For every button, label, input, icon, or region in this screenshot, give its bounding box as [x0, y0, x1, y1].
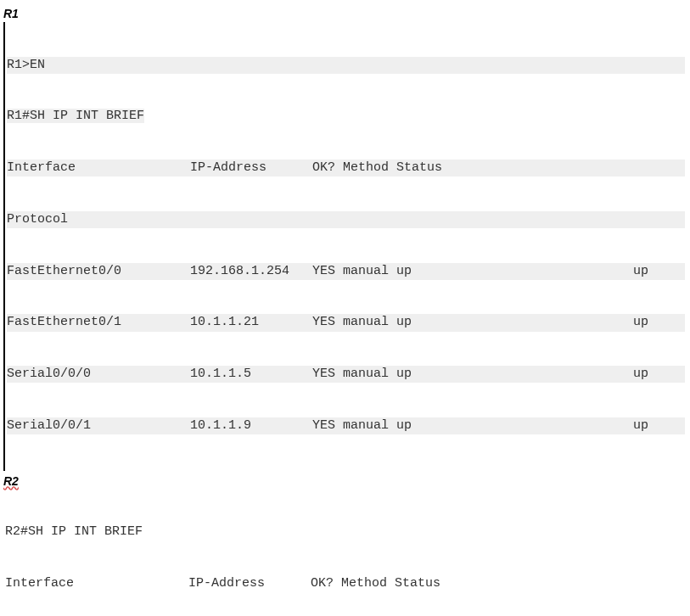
cell-ok: YES [312, 263, 343, 280]
table-row: Serial0/0/110.1.1.9YESmanualupup [7, 417, 685, 434]
terminal-output: R1>EN R1#SH IP INT BRIEF InterfaceIP-Add… [3, 22, 687, 471]
table-header-line-1: InterfaceIP-AddressOK?MethodStatus [7, 160, 685, 176]
table-row: FastEthernet0/0192.168.1.254YESmanualupu… [7, 263, 685, 280]
cell-status: up [396, 366, 618, 383]
hdr-interface: Interface [7, 160, 190, 176]
cell-protocol: up [618, 366, 648, 383]
table-row: Serial0/0/010.1.1.5YESmanualupup [7, 366, 685, 383]
cell-ok: YES [312, 366, 343, 383]
router-title: R2 [3, 474, 19, 488]
cell-ip: 10.1.1.21 [190, 314, 312, 331]
table-header-line-2: Protocol [7, 211, 685, 228]
cli-command-text: R1#SH IP INT BRIEF [7, 109, 144, 123]
hdr-method: Method [341, 575, 395, 592]
cell-ip: 10.1.1.9 [190, 417, 312, 434]
hdr-status: Status [396, 160, 549, 176]
hdr-ip: IP-Address [188, 575, 311, 592]
cell-interface: FastEthernet0/0 [7, 263, 190, 280]
hdr-method: Method [343, 160, 396, 176]
cell-ok: YES [312, 314, 343, 331]
cell-interface: Serial0/0/1 [7, 417, 190, 434]
cell-ip: 10.1.1.5 [190, 366, 312, 383]
hdr-interface: Interface [5, 575, 188, 592]
cell-protocol: up [618, 263, 648, 280]
cli-command: R1#SH IP INT BRIEF [7, 108, 685, 125]
hdr-ok: OK? [312, 160, 343, 176]
cell-status: up [396, 417, 618, 434]
cell-method: manual [343, 417, 396, 434]
cell-status: up [396, 314, 618, 331]
cell-status: up [396, 263, 618, 280]
cell-protocol: up [618, 314, 648, 331]
hdr-ip: IP-Address [190, 160, 312, 176]
cell-protocol: up [618, 417, 648, 434]
cell-interface: Serial0/0/0 [7, 366, 190, 383]
table-row: FastEthernet0/110.1.1.21YESmanualupup [7, 314, 685, 331]
router-title: R1 [3, 7, 19, 20]
router-section-r2: R2 R2#SH IP INT BRIEF InterfaceIP-Addres… [3, 471, 687, 617]
cell-method: manual [343, 263, 396, 280]
hdr-ok: OK? [311, 575, 341, 592]
cli-command: R1>EN [7, 57, 685, 74]
table-header-line-1: InterfaceIP-AddressOK?MethodStatus [5, 575, 685, 592]
cell-method: manual [343, 314, 396, 331]
cell-method: manual [343, 366, 396, 383]
cell-ip: 192.168.1.254 [190, 263, 312, 280]
hdr-status: Status [395, 575, 547, 592]
cell-interface: FastEthernet0/1 [7, 314, 190, 331]
router-section-r1: R1 R1>EN R1#SH IP INT BRIEF InterfaceIP-… [3, 3, 687, 471]
hdr-protocol: Protocol [7, 212, 68, 227]
cell-ok: YES [312, 417, 343, 434]
terminal-output: R2#SH IP INT BRIEF InterfaceIP-AddressOK… [3, 490, 687, 617]
cli-command: R2#SH IP INT BRIEF [5, 524, 685, 540]
